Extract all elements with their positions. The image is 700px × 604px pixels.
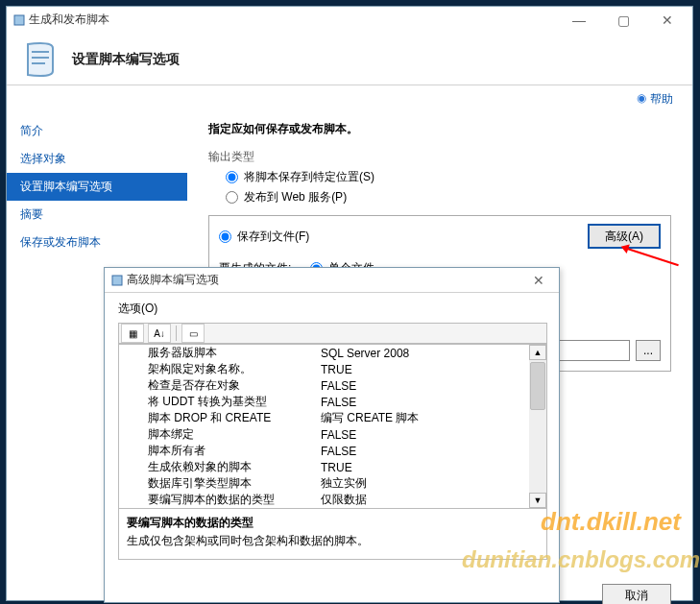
toolbar-separator xyxy=(176,326,177,341)
scroll-thumb[interactable] xyxy=(530,362,545,410)
sidebar-item[interactable]: 设置脚本编写选项 xyxy=(7,173,187,201)
sidebar-item[interactable]: 选择对象 xyxy=(7,145,187,173)
options-label: 选项(O) xyxy=(118,301,547,317)
script-icon xyxy=(12,13,26,27)
property-row[interactable]: 服务器版脚本SQL Server 2008 xyxy=(119,345,546,361)
property-grid-toolbar: ▦ A↓ ▭ xyxy=(118,323,547,344)
property-value[interactable]: FALSE xyxy=(321,396,543,409)
property-name: 脚本绑定 xyxy=(148,426,321,443)
sidebar-item[interactable]: 保存或发布脚本 xyxy=(7,229,187,256)
radio-save-to-file-label: 保存到文件(F) xyxy=(237,229,309,245)
browse-button[interactable]: ... xyxy=(636,340,661,361)
property-value[interactable]: TRUE xyxy=(321,461,543,474)
property-row[interactable]: 数据库引擎类型脚本独立实例 xyxy=(119,475,546,492)
property-row[interactable]: 将 UDDT 转换为基类型FALSE xyxy=(119,394,546,410)
radio-save-specified-input[interactable] xyxy=(226,171,238,183)
categorize-button[interactable]: ▦ xyxy=(121,324,144,343)
radio-publish-web-label: 发布到 Web 服务(P) xyxy=(244,189,347,205)
property-row[interactable]: 架构限定对象名称。TRUE xyxy=(119,361,546,377)
scrollbar[interactable]: ▲ ▼ xyxy=(529,345,546,508)
help-link[interactable]: 帮助 xyxy=(650,91,673,108)
dialog-title: 高级脚本编写选项 xyxy=(127,272,219,288)
close-button[interactable]: ✕ xyxy=(648,8,687,33)
property-value[interactable]: 仅限数据 xyxy=(321,492,543,508)
property-value[interactable]: 独立实例 xyxy=(321,475,543,492)
property-row[interactable]: 脚本所有者FALSE xyxy=(119,443,546,459)
maximize-button[interactable]: ▢ xyxy=(604,8,642,33)
titlebar: 生成和发布脚本 — ▢ ✕ xyxy=(7,7,692,34)
property-description: 要编写脚本的数据的类型 生成仅包含架构或同时包含架构和数据的脚本。 xyxy=(118,509,547,560)
property-name: 要编写脚本的数据的类型 xyxy=(148,492,321,508)
property-name: 数据库引擎类型脚本 xyxy=(148,475,321,492)
script-icon xyxy=(110,274,124,287)
property-name: 检查是否存在对象 xyxy=(148,377,321,394)
property-row[interactable]: 要编写脚本的数据的类型仅限数据 xyxy=(119,492,546,508)
property-row[interactable]: 脚本绑定FALSE xyxy=(119,426,546,443)
property-name: 服务器版脚本 xyxy=(148,345,321,361)
content-heading: 指定应如何保存或发布脚本。 xyxy=(208,121,671,137)
property-row[interactable]: 追加到文件FALSE xyxy=(119,508,546,509)
property-name: 生成依赖对象的脚本 xyxy=(148,459,321,475)
property-pages-button[interactable]: ▭ xyxy=(181,324,205,343)
description-body: 生成仅包含架构或同时包含架构和数据的脚本。 xyxy=(127,533,539,549)
radio-save-to-file[interactable]: 保存到文件(F) xyxy=(219,229,588,245)
svg-rect-1 xyxy=(112,276,122,285)
property-value[interactable]: 编写 CREATE 脚本 xyxy=(321,410,543,426)
dialog-titlebar: 高级脚本编写选项 ✕ xyxy=(105,268,559,293)
property-row[interactable]: 检查是否存在对象FALSE xyxy=(119,377,546,394)
property-name: 将 UDDT 转换为基类型 xyxy=(148,394,321,410)
sort-az-button[interactable]: A↓ xyxy=(148,324,171,343)
property-row[interactable]: 脚本 DROP 和 CREATE编写 CREATE 脚本 xyxy=(119,410,546,426)
description-title: 要编写脚本的数据的类型 xyxy=(127,515,539,531)
radio-save-specified-label: 将脚本保存到特定位置(S) xyxy=(244,169,374,185)
property-value[interactable]: FALSE xyxy=(321,379,543,393)
radio-save-specified[interactable]: 将脚本保存到特定位置(S) xyxy=(226,169,671,185)
svg-rect-0 xyxy=(14,15,24,25)
radio-publish-web[interactable]: 发布到 Web 服务(P) xyxy=(226,189,671,205)
property-value[interactable]: TRUE xyxy=(321,363,543,376)
property-name: 追加到文件 xyxy=(148,508,321,509)
help-icon: ◉ xyxy=(637,91,646,108)
advanced-options-dialog: 高级脚本编写选项 ✕ 选项(O) ▦ A↓ ▭ 服务器版脚本SQL Server… xyxy=(104,267,560,603)
window-title: 生成和发布脚本 xyxy=(29,12,109,28)
sidebar-item[interactable]: 简介 xyxy=(7,117,187,145)
property-value[interactable]: SQL Server 2008 xyxy=(321,347,543,360)
sidebar-item[interactable]: 摘要 xyxy=(7,201,187,229)
dialog-close-button[interactable]: ✕ xyxy=(524,268,553,293)
header-band: 设置脚本编写选项 xyxy=(7,34,692,85)
output-type-label: 输出类型 xyxy=(208,149,671,165)
radio-save-to-file-input[interactable] xyxy=(219,230,231,243)
property-row[interactable]: 生成依赖对象的脚本TRUE xyxy=(119,459,546,475)
property-name: 脚本 DROP 和 CREATE xyxy=(148,410,321,426)
property-value[interactable]: FALSE xyxy=(321,428,543,442)
property-grid[interactable]: 服务器版脚本SQL Server 2008架构限定对象名称。TRUE检查是否存在… xyxy=(118,344,547,509)
property-name: 脚本所有者 xyxy=(148,443,321,459)
minimize-button[interactable]: — xyxy=(560,8,598,33)
property-value[interactable]: FALSE xyxy=(321,445,543,458)
property-name: 架构限定对象名称。 xyxy=(148,361,321,377)
page-heading: 设置脚本编写选项 xyxy=(72,51,180,68)
cancel-button[interactable]: 取消 xyxy=(602,584,671,604)
radio-publish-web-input[interactable] xyxy=(226,191,238,204)
scroll-up-button[interactable]: ▲ xyxy=(529,345,546,360)
scroll-down-button[interactable]: ▼ xyxy=(529,493,546,508)
script-large-icon xyxy=(20,38,62,81)
